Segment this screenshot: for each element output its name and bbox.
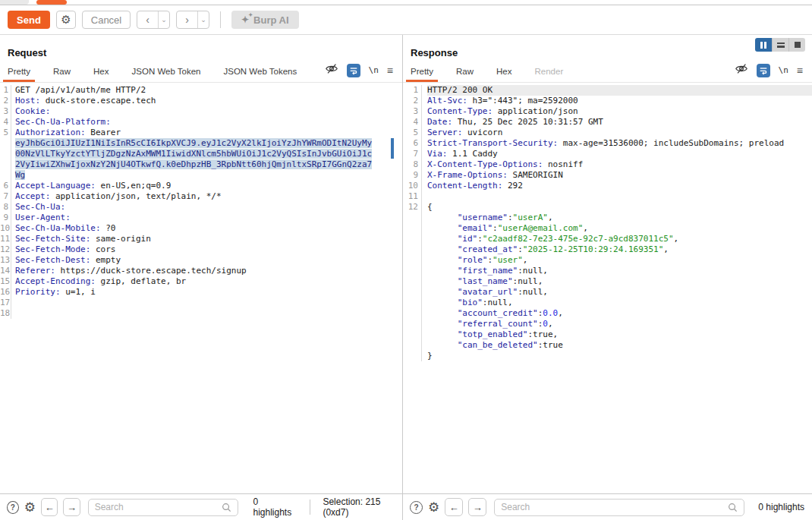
tab-pretty[interactable]: Pretty bbox=[409, 67, 435, 82]
code-line[interactable]: "role":"user", bbox=[403, 255, 812, 266]
search-settings-gear-icon[interactable]: ⚙ bbox=[428, 501, 439, 514]
code-line[interactable]: 12Sec-Fetch-Mode: cors bbox=[0, 244, 402, 255]
send-settings-gear-button[interactable]: ⚙ bbox=[56, 11, 76, 29]
response-editor[interactable]: 1HTTP/2 200 OK2Alt-Svc: h3=":443"; ma=25… bbox=[403, 83, 812, 465]
code-line[interactable]: "email":"userA@email.com", bbox=[403, 223, 812, 234]
code-line[interactable]: 13Sec-Fetch-Dest: empty bbox=[0, 255, 402, 266]
code-line[interactable]: "referral_count":0, bbox=[403, 319, 812, 329]
code-line[interactable]: } bbox=[403, 351, 812, 361]
tab-pretty[interactable]: Pretty bbox=[6, 67, 32, 82]
word-wrap-icon bbox=[349, 66, 358, 75]
code-line[interactable]: 14Referer: https://duck-store.escape.tec… bbox=[0, 266, 402, 276]
code-line[interactable]: 1HTTP/2 200 OK bbox=[403, 85, 812, 96]
editor-menu-icon[interactable]: ≡ bbox=[797, 65, 803, 77]
editor-menu-icon[interactable]: ≡ bbox=[387, 65, 393, 77]
code-line[interactable]: 6Accept-Language: en-US,en;q=0.9 bbox=[0, 181, 402, 191]
code-line[interactable]: 11Sec-Fetch-Site: same-origin bbox=[0, 234, 402, 244]
line-number: 11 bbox=[403, 191, 422, 202]
tab-raw[interactable]: Raw bbox=[52, 67, 72, 82]
line-number: 14 bbox=[0, 266, 11, 276]
tab-hex[interactable]: Hex bbox=[495, 67, 513, 82]
send-button[interactable]: Send bbox=[8, 11, 50, 29]
code-line[interactable]: 10Sec-Ch-Ua-Mobile: ?0 bbox=[0, 223, 402, 234]
code-line[interactable]: 11 bbox=[403, 191, 812, 202]
line-number bbox=[0, 159, 11, 170]
back-button[interactable]: ‹ bbox=[137, 11, 158, 28]
forward-button[interactable]: › bbox=[177, 11, 197, 28]
code-line[interactable]: 1GET /api/v1/auth/me HTTP/2 bbox=[0, 85, 402, 96]
code-line[interactable]: "last_name":null, bbox=[403, 276, 812, 287]
code-line[interactable]: 16Priority: u=1, i bbox=[0, 287, 402, 298]
code-line[interactable]: eyJhbGciOiJIUzI1NiIsInR5cCI6IkpXVCJ9.eyJ… bbox=[0, 138, 402, 149]
code-line[interactable]: 7Via: 1.1 Caddy bbox=[403, 149, 812, 159]
code-line[interactable]: "first_name":null, bbox=[403, 266, 812, 276]
show-newlines-toggle[interactable]: \n bbox=[369, 65, 379, 75]
code-line[interactable]: 4Sec-Ch-Ua-Platform: bbox=[0, 117, 402, 128]
previous-match-button[interactable]: ← bbox=[445, 498, 463, 516]
code-line[interactable]: "avatar_url":null, bbox=[403, 287, 812, 298]
word-wrap-toggle-button[interactable] bbox=[347, 64, 360, 77]
show-newlines-toggle[interactable]: \n bbox=[779, 65, 788, 75]
code-line[interactable]: 8X-Content-Type-Options: nosniff bbox=[403, 159, 812, 170]
line-number: 6 bbox=[0, 181, 11, 191]
search-icon bbox=[728, 503, 738, 512]
code-line[interactable]: 9X-Frame-Options: SAMEORIGIN bbox=[403, 170, 812, 181]
code-line[interactable]: 10Content-Length: 292 bbox=[403, 181, 812, 191]
line-number: 12 bbox=[0, 244, 11, 255]
code-line[interactable]: 00NzVlLTkyYzctYTljZDgzNzAxMWM1IiwidXNlcm… bbox=[0, 149, 402, 159]
line-number bbox=[0, 149, 11, 159]
code-line[interactable]: 7Accept: application/json, text/plain, *… bbox=[0, 191, 402, 202]
response-search-input[interactable] bbox=[501, 502, 723, 512]
response-tab-row: PrettyRawHexRender \n ≡ bbox=[403, 61, 812, 83]
forward-dropdown-button[interactable]: ⌄ bbox=[197, 11, 209, 28]
tab-json-web-tokens[interactable]: JSON Web Tokens bbox=[222, 67, 299, 82]
code-line[interactable]: 2Host: duck-store.escape.tech bbox=[0, 96, 402, 106]
line-number: 9 bbox=[0, 213, 11, 223]
code-line[interactable]: Wg bbox=[0, 170, 402, 181]
code-line[interactable]: "id":"c2aadf82-7e23-475e-92c7-a9cd837011… bbox=[403, 234, 812, 244]
word-wrap-toggle-button[interactable] bbox=[757, 64, 770, 77]
code-line[interactable]: "created_at":"2025-12-25T10:29:24.169351… bbox=[403, 244, 812, 255]
back-dropdown-button[interactable]: ⌄ bbox=[158, 11, 169, 28]
code-line[interactable]: 8Sec-Ch-Ua: bbox=[0, 202, 402, 213]
code-line[interactable]: 3Content-Type: application/json bbox=[403, 106, 812, 117]
layout-columns-button[interactable] bbox=[755, 38, 772, 52]
code-line[interactable]: 15Accept-Encoding: gzip, deflate, br bbox=[0, 276, 402, 287]
code-line[interactable]: 5Authorization: Bearer bbox=[0, 128, 402, 138]
search-settings-gear-icon[interactable]: ⚙ bbox=[24, 501, 36, 514]
layout-single-button[interactable] bbox=[788, 38, 805, 52]
help-icon[interactable]: ? bbox=[410, 501, 423, 514]
burp-ai-button[interactable]: ✦✦ Burp AI bbox=[231, 11, 299, 29]
request-search-input[interactable] bbox=[95, 502, 218, 512]
code-line[interactable]: "totp_enabled":true, bbox=[403, 329, 812, 340]
code-line[interactable]: 2Alt-Svc: h3=":443"; ma=2592000 bbox=[403, 96, 812, 106]
code-line[interactable]: 4Date: Thu, 25 Dec 2025 10:31:57 GMT bbox=[403, 117, 812, 128]
tab-json-web-token[interactable]: JSON Web Token bbox=[131, 67, 203, 82]
hide-highlights-eye-slash-icon[interactable] bbox=[325, 63, 338, 77]
code-line[interactable]: 17 bbox=[0, 298, 402, 308]
line-number bbox=[403, 244, 422, 255]
tab-raw[interactable]: Raw bbox=[455, 67, 475, 82]
tab-hex[interactable]: Hex bbox=[92, 67, 110, 82]
code-line[interactable]: 6Strict-Transport-Security: max-age=3153… bbox=[403, 138, 812, 149]
code-line[interactable]: 2VyIiwiZXhwIjoxNzY2NjU4OTkwfQ.k0eDhpzHB_… bbox=[0, 159, 402, 170]
next-match-button[interactable]: → bbox=[468, 498, 486, 516]
code-line[interactable]: 3Cookie: bbox=[0, 106, 402, 117]
previous-match-button[interactable]: ← bbox=[41, 498, 58, 516]
hide-highlights-eye-slash-icon[interactable] bbox=[735, 63, 748, 77]
request-editor[interactable]: 1GET /api/v1/auth/me HTTP/22Host: duck-s… bbox=[0, 83, 402, 465]
cancel-button[interactable]: Cancel bbox=[82, 11, 131, 29]
help-icon[interactable]: ? bbox=[7, 501, 19, 514]
layout-rows-button[interactable] bbox=[772, 38, 788, 52]
next-match-button[interactable]: → bbox=[63, 498, 80, 516]
code-line[interactable]: 9User-Agent: bbox=[0, 213, 402, 223]
code-line[interactable]: 12{ bbox=[403, 202, 812, 213]
code-line[interactable]: "username":"userA", bbox=[403, 213, 812, 223]
code-line[interactable]: 5Server: uvicorn bbox=[403, 128, 812, 138]
tab-render[interactable]: Render bbox=[533, 67, 565, 82]
line-number bbox=[403, 308, 422, 319]
code-line[interactable]: "account_credit":0.0, bbox=[403, 308, 812, 319]
code-line[interactable]: "bio":null, bbox=[403, 298, 812, 308]
code-line[interactable]: 18 bbox=[0, 308, 402, 319]
code-line[interactable]: "can_be_deleted":true bbox=[403, 340, 812, 351]
